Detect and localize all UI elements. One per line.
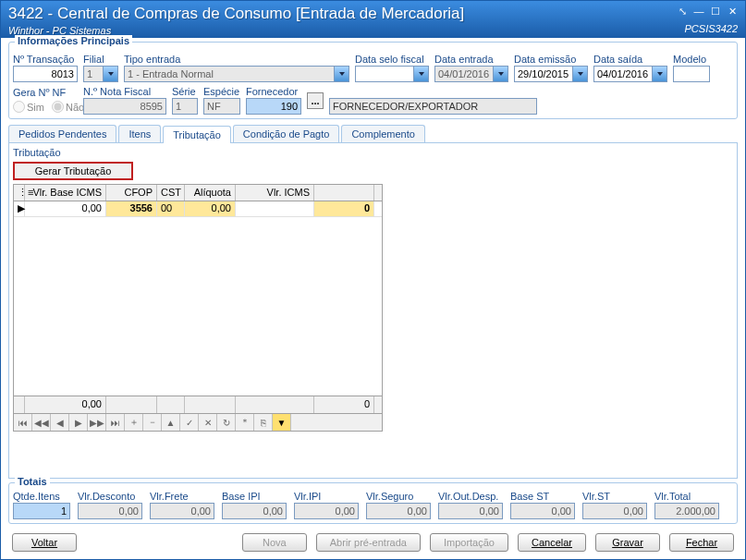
grid-navigator: ⏮ ◀◀ ◀ ▶ ▶▶ ⏭ ＋ － ▲ ✓ ✕ ↻ ＊ ⎘ ▼ <box>13 414 383 432</box>
dropdown-arrow-icon[interactable] <box>652 67 667 81</box>
modelo-input[interactable] <box>673 66 710 82</box>
tab-pedidos-pendentes[interactable]: Pedidos Pendentes <box>8 125 116 142</box>
tipoentrada-input[interactable] <box>124 66 349 82</box>
geranf-label: Gera Nº NF <box>13 87 78 98</box>
datasaida-label: Data saída <box>593 54 667 65</box>
nav-filter-icon[interactable]: ▼ <box>273 414 291 431</box>
tab-itens[interactable]: Itens <box>118 125 161 142</box>
tipoentrada-label: Tipo entrada <box>124 54 349 65</box>
nav-first-icon[interactable]: ⏮ <box>14 414 32 431</box>
dataemissao-label: Data emissão <box>514 54 588 65</box>
cell-base[interactable]: 0,00 <box>25 201 106 216</box>
nav-next-icon[interactable]: ▶ <box>69 414 88 431</box>
button-bar: Voltar Nova Abrir pré-entrada Importação… <box>8 528 738 555</box>
nav-cancel-icon[interactable]: ✕ <box>199 414 217 431</box>
col-indicator[interactable]: ⋮≡ <box>14 185 25 201</box>
dropdown-arrow-icon[interactable] <box>572 67 587 81</box>
col-extra[interactable] <box>314 185 374 201</box>
dropdown-arrow-icon[interactable] <box>103 67 117 81</box>
grid-footer: 0,00 0 <box>14 396 382 413</box>
nav-delete-icon[interactable]: － <box>143 414 162 431</box>
titlebar: 3422 - Central de Compras de Consumo [En… <box>1 1 745 38</box>
qtde-input <box>13 503 70 519</box>
filial-label: Filial <box>83 54 118 65</box>
cell-cfop[interactable]: 3556 <box>106 201 157 216</box>
nav-goto-icon[interactable]: ⎘ <box>254 414 273 431</box>
nova-button: Nova <box>242 533 307 552</box>
cell-aliq[interactable]: 0,00 <box>185 201 236 216</box>
app-window: 3422 - Central de Compras de Consumo [En… <box>0 0 746 560</box>
nav-post-icon[interactable]: ✓ <box>180 414 199 431</box>
col-cfop[interactable]: CFOP <box>106 185 157 201</box>
serie-input[interactable] <box>172 98 198 115</box>
cell-cst[interactable]: 00 <box>157 201 185 216</box>
col-cst[interactable]: CST <box>157 185 185 201</box>
table-row[interactable]: ▶ 0,00 3556 00 0,00 0 <box>14 201 382 217</box>
dropdown-arrow-icon[interactable] <box>334 67 349 81</box>
basest-label: Base ST <box>510 491 575 502</box>
total-label: Vlr.Total <box>654 491 719 502</box>
serie-label: Série <box>172 86 198 97</box>
seguro-label: Vlr.Seguro <box>366 491 431 502</box>
restore-icon[interactable]: ⤡ <box>675 5 690 18</box>
desconto-label: Vlr.Desconto <box>78 491 142 502</box>
radio-nao-input[interactable] <box>52 101 64 113</box>
voltar-button[interactable]: Voltar <box>12 533 77 552</box>
frete-label: Vlr.Frete <box>150 491 214 502</box>
nav-edit-icon[interactable]: ▲ <box>162 414 180 431</box>
nav-bookmark-icon[interactable]: ＊ <box>236 414 254 431</box>
especie-input[interactable] <box>203 98 240 115</box>
outdesp-input <box>438 503 503 519</box>
tab-condicao-pagto[interactable]: Condição de Pagto <box>233 125 340 142</box>
dropdown-arrow-icon[interactable] <box>493 67 508 81</box>
cancelar-button[interactable]: Cancelar <box>518 533 586 552</box>
gravar-button[interactable]: Gravar <box>595 533 660 552</box>
ntrans-input[interactable] <box>13 66 78 82</box>
row-indicator-icon: ▶ <box>14 201 25 216</box>
col-base-icms[interactable]: Vlr. Base ICMS <box>25 185 106 201</box>
nnotafiscal-input[interactable] <box>83 98 166 115</box>
fornecedor-label: Fornecedor <box>246 86 301 97</box>
window-title: 3422 - Central de Compras de Consumo [En… <box>8 5 738 23</box>
fornecedor-cod-input[interactable] <box>246 98 301 115</box>
dataselo-label: Data selo fiscal <box>355 54 429 65</box>
outdesp-label: Vlr.Out.Desp. <box>438 491 503 502</box>
dropdown-arrow-icon[interactable] <box>413 67 428 81</box>
ipi-input <box>294 503 359 519</box>
grid-body[interactable]: ▶ 0,00 3556 00 0,00 0 <box>14 201 382 396</box>
close-icon[interactable]: ✕ <box>725 5 740 18</box>
importacao-button: Importação <box>430 533 508 552</box>
gerar-tributacao-button[interactable]: Gerar Tributação <box>13 162 133 180</box>
seguro-input <box>366 503 431 519</box>
fornecedor-lookup-button[interactable]: ... <box>307 92 324 109</box>
radio-sim-input[interactable] <box>13 101 25 113</box>
maximize-icon[interactable]: ☐ <box>708 5 723 18</box>
nav-next-page-icon[interactable]: ▶▶ <box>88 414 106 431</box>
ipi-label: Vlr.IPI <box>294 491 359 502</box>
st-label: Vlr.ST <box>582 491 647 502</box>
nav-prev-page-icon[interactable]: ◀◀ <box>32 414 51 431</box>
tab-complemento[interactable]: Complemento <box>341 125 424 142</box>
radio-nao[interactable]: Não <box>52 101 84 113</box>
st-input <box>582 503 647 519</box>
totais-legend: Totais <box>15 476 50 487</box>
radio-sim[interactable]: Sim <box>13 101 44 113</box>
dataentrada-label: Data entrada <box>434 54 508 65</box>
nav-last-icon[interactable]: ⏭ <box>106 414 125 431</box>
nav-insert-icon[interactable]: ＋ <box>125 414 143 431</box>
nav-prev-icon[interactable]: ◀ <box>51 414 69 431</box>
cell-last[interactable]: 0 <box>314 201 374 216</box>
modelo-label: Modelo <box>673 54 710 65</box>
nav-refresh-icon[interactable]: ↻ <box>217 414 236 431</box>
especie-label: Espécie <box>203 86 240 97</box>
col-vlr-icms[interactable]: Vlr. ICMS <box>236 185 314 201</box>
minimize-icon[interactable]: — <box>691 5 706 18</box>
col-aliquota[interactable]: Alíquota <box>185 185 236 201</box>
window-code: PCSIS3422 <box>685 23 738 34</box>
baseipi-label: Base IPI <box>222 491 287 502</box>
tab-tributacao[interactable]: Tributação <box>163 126 231 143</box>
principais-group: Informações Principais Nº Transação Fili… <box>8 42 738 119</box>
cell-icms[interactable] <box>236 201 314 216</box>
frete-input <box>150 503 214 519</box>
fechar-button[interactable]: Fechar <box>669 533 734 552</box>
